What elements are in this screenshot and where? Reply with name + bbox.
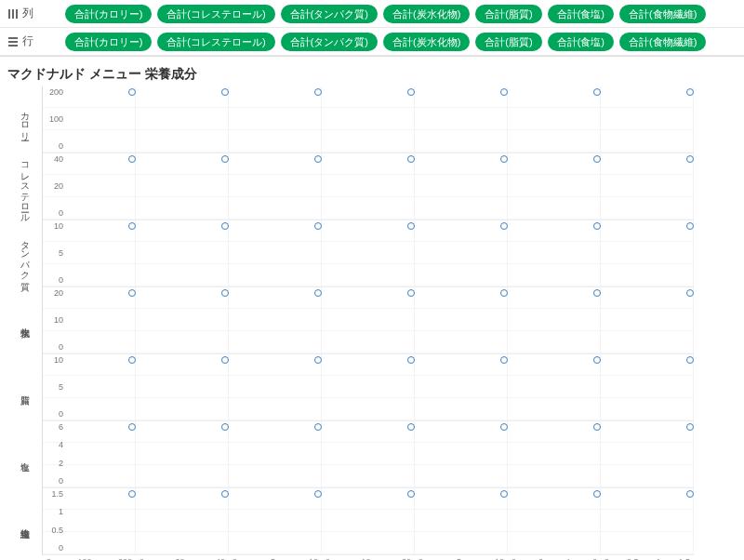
matrix-cell xyxy=(508,153,601,220)
matrix-cell xyxy=(136,220,229,287)
data-point[interactable] xyxy=(128,490,136,498)
data-point[interactable] xyxy=(128,356,136,364)
x-axis-row: 0100200カロリー02040コレステロール0510タンパク質01020炭水化… xyxy=(0,555,744,560)
data-point[interactable] xyxy=(407,222,415,230)
data-point[interactable] xyxy=(686,356,694,364)
columns-shelf[interactable]: 列 合計(カロリー)合計(コレステロール)合計(タンパク質)合計(炭水化物)合計… xyxy=(0,0,744,28)
field-pill[interactable]: 合計(タンパク質) xyxy=(281,33,378,51)
field-pill[interactable]: 合計(炭水化物) xyxy=(383,5,470,23)
matrix-cell xyxy=(322,354,415,421)
columns-pills: 合計(カロリー)合計(コレステロール)合計(タンパク質)合計(炭水化物)合計(脂… xyxy=(65,5,740,23)
data-point[interactable] xyxy=(686,423,694,431)
field-pill[interactable]: 合計(コレステロール) xyxy=(157,33,274,51)
data-point[interactable] xyxy=(686,222,694,230)
data-point[interactable] xyxy=(221,490,229,498)
data-point[interactable] xyxy=(686,289,694,297)
field-pill[interactable]: 合計(タンパク質) xyxy=(281,5,378,23)
data-point[interactable] xyxy=(500,88,508,96)
matrix-cell xyxy=(415,354,508,421)
field-pill[interactable]: 合計(食塩) xyxy=(548,33,614,51)
data-point[interactable] xyxy=(407,155,415,163)
matrix-cell xyxy=(229,287,322,354)
data-point[interactable] xyxy=(593,423,601,431)
row-label: 食物繊維 xyxy=(7,488,43,555)
data-point[interactable] xyxy=(407,289,415,297)
data-point[interactable] xyxy=(500,222,508,230)
data-point[interactable] xyxy=(221,289,229,297)
data-point[interactable] xyxy=(407,88,415,96)
x-axis-cell: 0510脂質 xyxy=(415,555,508,560)
data-point[interactable] xyxy=(128,88,136,96)
data-point[interactable] xyxy=(221,423,229,431)
data-point[interactable] xyxy=(500,423,508,431)
matrix-cell xyxy=(136,287,229,354)
data-point[interactable] xyxy=(128,155,136,163)
data-point[interactable] xyxy=(314,88,322,96)
svg-rect-1 xyxy=(12,9,14,19)
field-pill[interactable]: 合計(コレステロール) xyxy=(157,5,274,23)
data-point[interactable] xyxy=(314,490,322,498)
data-point[interactable] xyxy=(314,222,322,230)
data-point[interactable] xyxy=(593,88,601,96)
matrix-cell xyxy=(136,421,229,488)
matrix-cell xyxy=(136,354,229,421)
data-point[interactable] xyxy=(128,423,136,431)
data-point[interactable] xyxy=(500,155,508,163)
data-point[interactable] xyxy=(314,155,322,163)
row-label: 脂質 xyxy=(7,354,43,421)
data-point[interactable] xyxy=(314,289,322,297)
data-point[interactable] xyxy=(686,88,694,96)
data-point[interactable] xyxy=(221,155,229,163)
x-axis-cell: 0510タンパク質 xyxy=(229,555,322,560)
matrix-cell xyxy=(508,220,601,287)
data-point[interactable] xyxy=(686,490,694,498)
data-point[interactable] xyxy=(686,155,694,163)
x-axis-cell: 00.511.5食物繊維 xyxy=(601,555,694,560)
rows-shelf[interactable]: 行 合計(カロリー)合計(コレステロール)合計(タンパク質)合計(炭水化物)合計… xyxy=(0,28,744,56)
data-point[interactable] xyxy=(314,356,322,364)
matrix-cell: 1050 xyxy=(43,354,136,421)
rows-shelf-label: 行 xyxy=(4,30,60,53)
matrix-cell: 6420 xyxy=(43,421,136,488)
matrix-cell xyxy=(229,354,322,421)
matrix-cell xyxy=(229,153,322,220)
field-pill[interactable]: 合計(食物繊維) xyxy=(619,5,706,23)
data-point[interactable] xyxy=(500,490,508,498)
x-axis-cell: 0246食塩 xyxy=(508,555,601,560)
data-point[interactable] xyxy=(593,490,601,498)
matrix-cell xyxy=(508,488,601,555)
data-point[interactable] xyxy=(500,289,508,297)
svg-rect-3 xyxy=(8,37,18,39)
data-point[interactable] xyxy=(221,88,229,96)
data-point[interactable] xyxy=(221,222,229,230)
data-point[interactable] xyxy=(593,222,601,230)
matrix-cell xyxy=(136,488,229,555)
field-pill[interactable]: 合計(食塩) xyxy=(548,5,614,23)
shelves: 列 合計(カロリー)合計(コレステロール)合計(タンパク質)合計(炭水化物)合計… xyxy=(0,0,744,57)
data-point[interactable] xyxy=(407,356,415,364)
field-pill[interactable]: 合計(脂質) xyxy=(475,5,541,23)
x-axis-cell: 02040コレステロール xyxy=(136,555,229,560)
field-pill[interactable]: 合計(炭水化物) xyxy=(383,33,470,51)
data-point[interactable] xyxy=(314,423,322,431)
data-point[interactable] xyxy=(128,289,136,297)
matrix-cell xyxy=(322,421,415,488)
field-pill[interactable]: 合計(脂質) xyxy=(475,33,541,51)
data-point[interactable] xyxy=(500,356,508,364)
matrix-cell xyxy=(229,421,322,488)
matrix-cell xyxy=(322,87,415,153)
data-point[interactable] xyxy=(407,423,415,431)
field-pill[interactable]: 合計(カロリー) xyxy=(65,33,152,51)
data-point[interactable] xyxy=(128,222,136,230)
field-pill[interactable]: 合計(食物繊維) xyxy=(619,33,706,51)
matrix-cell: 20100 xyxy=(43,287,136,354)
data-point[interactable] xyxy=(593,289,601,297)
data-point[interactable] xyxy=(593,155,601,163)
data-point[interactable] xyxy=(407,490,415,498)
field-pill[interactable]: 合計(カロリー) xyxy=(65,5,152,23)
matrix-cell xyxy=(415,220,508,287)
data-point[interactable] xyxy=(221,356,229,364)
rows-icon xyxy=(7,36,19,47)
matrix-cell xyxy=(136,87,229,153)
data-point[interactable] xyxy=(593,356,601,364)
